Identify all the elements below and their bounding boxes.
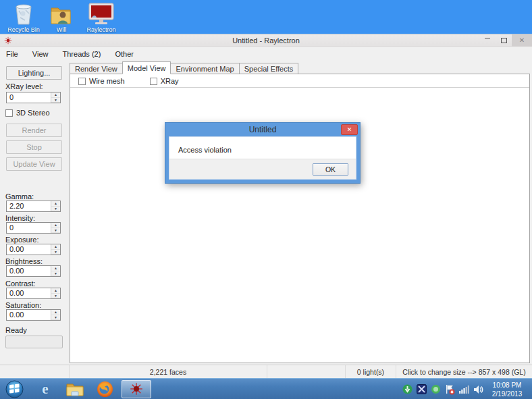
volume-icon[interactable] xyxy=(473,384,483,395)
stop-button[interactable]: Stop xyxy=(6,140,62,154)
grid-tray-icon[interactable] xyxy=(416,384,427,395)
spin-down-icon[interactable]: ▼ xyxy=(51,98,60,103)
tab-special-effects[interactable]: Special Effects xyxy=(239,63,299,74)
internet-explorer-button[interactable]: e xyxy=(34,379,57,399)
desktop-icon-raylectron[interactable]: Raylectron xyxy=(80,1,122,33)
system-tray xyxy=(402,379,483,399)
spin-up-icon[interactable]: ▲ xyxy=(51,288,60,294)
window-title: Untitled - Raylectron xyxy=(0,34,532,47)
spin-down-icon[interactable]: ▼ xyxy=(51,228,60,234)
raylectron-monitor-icon xyxy=(80,1,122,26)
desktop-icon-recycle-bin[interactable]: Recycle Bin xyxy=(4,1,43,33)
menu-view[interactable]: View xyxy=(26,47,55,61)
brightness-value[interactable]: 0.00 xyxy=(9,266,24,276)
intensity-stepper[interactable]: 0 ▲▼ xyxy=(6,222,61,234)
contrast-label: Contrast: xyxy=(5,280,36,288)
taskbar-raylectron-button[interactable] xyxy=(122,380,151,398)
dialog-footer: OK xyxy=(169,159,356,179)
lighting-button[interactable]: Lighting... xyxy=(6,66,62,80)
internet-explorer-icon: e xyxy=(42,381,48,396)
tab-model-view[interactable]: Model View xyxy=(122,61,171,74)
contrast-stepper[interactable]: 0.00 ▲▼ xyxy=(6,288,61,299)
gamma-stepper[interactable]: 2.20 ▲▼ xyxy=(6,201,61,212)
progress-bar xyxy=(5,336,63,348)
spin-up-icon[interactable]: ▲ xyxy=(51,244,60,250)
title-bar[interactable]: Untitled - Raylectron ✕ xyxy=(0,34,532,47)
menu-threads[interactable]: Threads (2) xyxy=(57,47,107,61)
status-cell-empty xyxy=(267,365,346,379)
status-cell-empty xyxy=(0,365,70,379)
update-view-button[interactable]: Update View xyxy=(6,157,62,171)
taskbar: e xyxy=(0,378,532,399)
maximize-icon xyxy=(501,38,507,43)
panel-header: Wire mesh XRay xyxy=(70,74,529,88)
download-manager-icon[interactable] xyxy=(402,384,413,395)
xray-level-value[interactable]: 0 xyxy=(9,92,14,103)
xray-checkbox[interactable]: XRay xyxy=(150,77,179,85)
exposure-value[interactable]: 0.00 xyxy=(9,244,24,255)
action-center-flag-icon[interactable] xyxy=(444,384,455,395)
ok-button[interactable]: OK xyxy=(313,163,348,176)
spin-down-icon[interactable]: ▼ xyxy=(51,207,60,212)
spin-down-icon[interactable]: ▼ xyxy=(51,271,60,277)
taskbar-clock[interactable]: 10:08 PM 2/19/2013 xyxy=(486,381,528,398)
close-icon: ✕ xyxy=(519,36,525,44)
checkbox-icon[interactable] xyxy=(78,78,86,85)
saturation-value[interactable]: 0.00 xyxy=(9,310,24,320)
checkbox-icon[interactable] xyxy=(5,109,13,117)
spin-down-icon[interactable]: ▼ xyxy=(51,250,60,255)
desktop-icon-label: Will xyxy=(42,26,81,33)
wire-mesh-label: Wire mesh xyxy=(89,77,125,85)
brightness-stepper[interactable]: 0.00 ▲▼ xyxy=(6,265,61,277)
firefox-button[interactable] xyxy=(93,379,116,399)
status-faces: 2,221 faces xyxy=(70,365,267,379)
dialog-message: Access violation xyxy=(169,137,356,154)
spin-up-icon[interactable]: ▲ xyxy=(51,223,60,228)
desktop-icon-label: Raylectron xyxy=(80,26,122,33)
spin-up-icon[interactable]: ▲ xyxy=(51,310,60,315)
xray-level-stepper[interactable]: 0 ▲▼ xyxy=(6,92,61,103)
firefox-icon xyxy=(97,381,113,398)
spin-down-icon[interactable]: ▼ xyxy=(51,294,60,299)
dialog-body: Access violation OK xyxy=(169,136,356,180)
intensity-value[interactable]: 0 xyxy=(9,223,14,233)
saturation-label: Saturation: xyxy=(5,301,41,309)
file-explorer-button[interactable] xyxy=(63,379,86,399)
dialog-close-button[interactable]: ✕ xyxy=(341,124,358,135)
close-button[interactable]: ✕ xyxy=(512,34,532,47)
exposure-stepper[interactable]: 0.00 ▲▼ xyxy=(6,244,61,255)
maximize-button[interactable] xyxy=(496,34,512,47)
saturation-stepper[interactable]: 0.00 ▲▼ xyxy=(6,309,61,321)
contrast-value[interactable]: 0.00 xyxy=(9,288,24,298)
stereo-checkbox[interactable]: 3D Stereo xyxy=(5,109,50,117)
gamma-label: Gamma: xyxy=(5,192,34,201)
raylectron-window: Untitled - Raylectron ✕ File View Thread… xyxy=(0,34,532,378)
user-folder-icon xyxy=(42,1,81,26)
minimize-icon xyxy=(485,38,490,38)
start-button[interactable] xyxy=(3,379,26,399)
tab-environment-map[interactable]: Environment Map xyxy=(170,63,238,74)
checkbox-icon[interactable] xyxy=(150,78,157,85)
status-lights: 0 light(s) xyxy=(346,365,396,379)
sidebar: Lighting... XRay level: 0 ▲▼ 3D Stereo R… xyxy=(0,61,68,379)
ready-status-label: Ready xyxy=(5,326,27,334)
spin-down-icon[interactable]: ▼ xyxy=(51,315,60,321)
gamma-value[interactable]: 2.20 xyxy=(9,201,24,211)
status-size-hint[interactable]: Click to change size --> 857 x 498 (GL) xyxy=(396,365,532,379)
menu-other[interactable]: Other xyxy=(109,47,140,61)
render-button[interactable]: Render xyxy=(6,124,62,137)
menu-file[interactable]: File xyxy=(0,47,24,61)
network-icon[interactable] xyxy=(458,384,469,395)
tab-strip: Render View Model View Environment Map S… xyxy=(70,62,298,74)
spin-up-icon[interactable]: ▲ xyxy=(51,92,60,98)
status-bar: 2,221 faces 0 light(s) Click to change s… xyxy=(0,365,532,379)
spin-up-icon[interactable]: ▲ xyxy=(51,266,60,271)
green-utility-icon[interactable] xyxy=(430,384,441,395)
minimize-button[interactable] xyxy=(479,34,496,47)
tab-render-view[interactable]: Render View xyxy=(70,63,122,74)
close-icon: ✕ xyxy=(347,126,352,133)
desktop-icon-user-folder[interactable]: Will xyxy=(42,1,81,33)
wire-mesh-checkbox[interactable]: Wire mesh xyxy=(78,77,127,85)
dialog-title-bar[interactable]: Untitled xyxy=(165,123,360,136)
spin-up-icon[interactable]: ▲ xyxy=(51,201,60,207)
